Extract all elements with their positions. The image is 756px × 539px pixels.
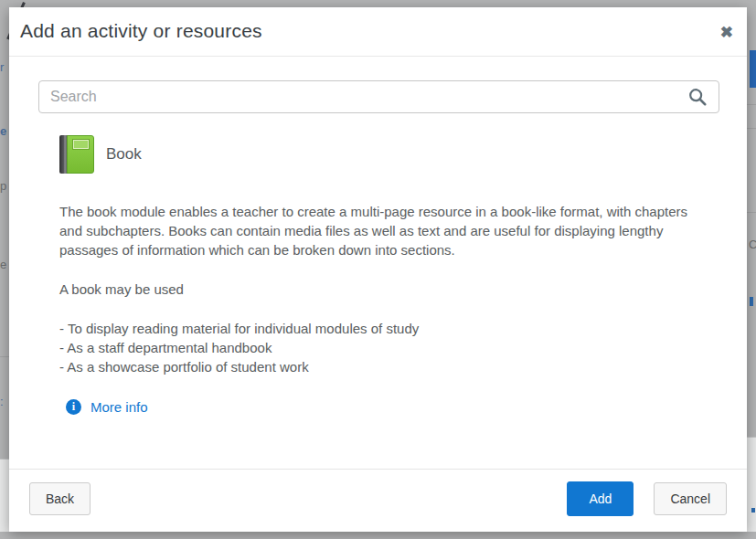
- usage-intro: A book may be used: [59, 280, 710, 299]
- background-link-fragment: r: [0, 60, 4, 74]
- background-divider-fragment: [747, 128, 756, 129]
- cancel-button[interactable]: Cancel: [654, 482, 727, 515]
- background-divider-fragment: [747, 212, 756, 213]
- module-name: Book: [106, 145, 142, 164]
- background-text-fragment: C: [749, 238, 756, 251]
- more-info-label: More info: [91, 399, 148, 415]
- usage-list-item: - To display reading material for indivi…: [59, 319, 710, 338]
- module-help-section: Book The book module enables a teacher t…: [9, 135, 747, 415]
- modal-header: Add an activity or resources ✖: [9, 7, 747, 57]
- modal-footer: Back Add Cancel: [9, 469, 747, 532]
- background-text-fragment: p: [0, 179, 6, 193]
- add-activity-modal: Add an activity or resources ✖ Book The …: [9, 7, 747, 532]
- add-button[interactable]: Add: [567, 481, 634, 516]
- more-info-link[interactable]: i More info: [66, 399, 148, 415]
- modal-title: Add an activity or resources: [20, 20, 734, 42]
- usage-list-item: - As a staff departmental handbook: [59, 338, 710, 357]
- modal-body: Book The book module enables a teacher t…: [9, 57, 747, 469]
- search-input[interactable]: [38, 80, 719, 113]
- background-link-fragment: [751, 508, 755, 513]
- background-link-fragment: [750, 297, 753, 306]
- background-panel-fragment: [0, 459, 9, 532]
- usage-list-item: - As a showcase portfolio of student wor…: [59, 357, 710, 376]
- background-divider-fragment: [747, 104, 756, 105]
- background-button-fragment: [750, 50, 756, 88]
- module-description: The book module enables a teacher to cre…: [59, 202, 710, 259]
- info-icon: i: [66, 399, 81, 415]
- background-link-fragment: e: [0, 124, 6, 138]
- usage-list: - To display reading material for indivi…: [59, 319, 710, 376]
- background-link-fragment: :: [0, 395, 4, 408]
- background-text-fragment: e: [0, 258, 6, 271]
- search-container: [38, 80, 719, 113]
- background-divider-fragment: [0, 356, 9, 357]
- close-icon[interactable]: ✖: [719, 23, 735, 42]
- module-heading: Book: [59, 135, 710, 174]
- book-icon: [59, 135, 94, 174]
- back-button[interactable]: Back: [29, 482, 91, 515]
- background-panel-fragment: [747, 437, 756, 532]
